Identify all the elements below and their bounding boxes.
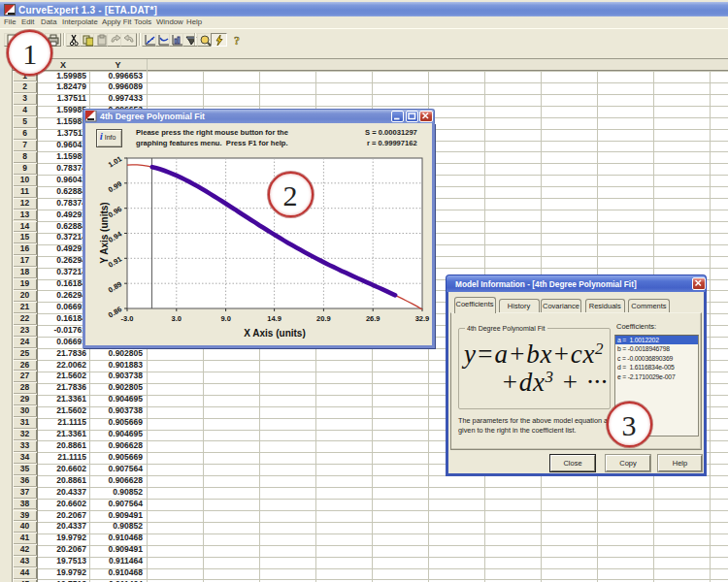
svg-text:3.0: 3.0 — [172, 314, 182, 323]
svg-text:?: ? — [234, 34, 240, 47]
svg-text:20.9: 20.9 — [316, 314, 331, 323]
svg-text:Y Axis (units): Y Axis (units) — [99, 202, 110, 263]
svg-text:9.0: 9.0 — [220, 314, 230, 323]
svg-text:X Axis (units): X Axis (units) — [244, 328, 306, 339]
svg-text:-3.0: -3.0 — [121, 314, 134, 323]
svg-text:14.9: 14.9 — [267, 314, 281, 323]
svg-text:32.9: 32.9 — [415, 314, 430, 323]
svg-text:0.89: 0.89 — [107, 279, 123, 294]
svg-text:26.9: 26.9 — [366, 314, 381, 323]
svg-text:0.99: 0.99 — [107, 179, 123, 194]
svg-text:1.01: 1.01 — [107, 154, 123, 169]
